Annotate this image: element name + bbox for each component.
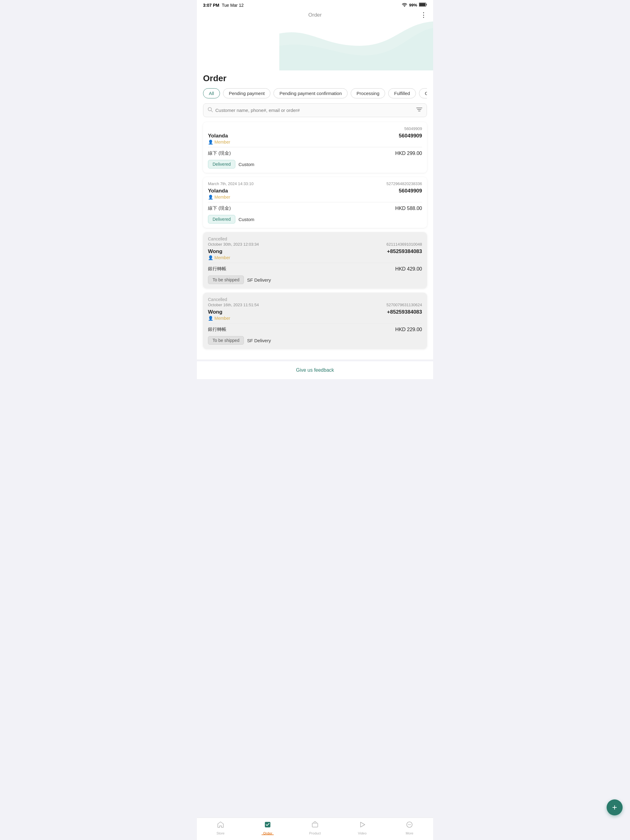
member-label: Member <box>214 255 230 260</box>
battery-icon <box>419 2 427 8</box>
order-phone: +85259384083 <box>387 248 422 254</box>
page-content: Order All Pending payment Pending paymen… <box>197 70 433 359</box>
wifi-icon <box>402 2 407 8</box>
order-card[interactable]: March 7th, 2024 14:33:10 527296482023833… <box>203 177 427 228</box>
member-icon: 👤 <box>208 255 213 260</box>
status-bar: 3:07 PM Tue Mar 12 99% <box>197 0 433 9</box>
nav-item-video[interactable]: Video <box>339 821 386 835</box>
filter-icon[interactable] <box>416 107 423 114</box>
svg-point-12 <box>408 824 408 825</box>
order-amount: HKD 229.00 <box>395 327 422 332</box>
tag-sf-delivery: SF Delivery <box>247 277 271 283</box>
order-payment-method: 線下 (現金) <box>208 150 231 156</box>
nav-label-product: Product <box>309 831 321 835</box>
nav-item-product[interactable]: Product <box>291 821 339 835</box>
bottom-nav: Store Order Product Video <box>197 818 433 840</box>
member-label: Member <box>214 316 230 321</box>
filter-tabs: All Pending payment Pending payment conf… <box>203 88 427 103</box>
nav-label-store: Store <box>217 831 225 835</box>
member-icon: 👤 <box>208 195 213 199</box>
order-card[interactable]: 56049909 Yolanda 56049909 👤 Member 線下 (現… <box>203 122 427 173</box>
filter-tab-pending[interactable]: Pending payment <box>223 88 271 98</box>
feedback-label: Give us feedback <box>296 368 334 373</box>
order-amount: HKD 299.00 <box>395 151 422 156</box>
feedback-bar[interactable]: Give us feedback <box>197 361 433 379</box>
order-payment-method: 線下 (現金) <box>208 205 231 211</box>
svg-point-14 <box>410 824 411 825</box>
order-card-cancelled[interactable]: Cancelled October 30th, 2023 12:03:34 62… <box>203 232 427 288</box>
tag-to-ship: To be shipped <box>208 275 244 284</box>
svg-line-4 <box>211 111 212 112</box>
tag-sf-delivery: SF Delivery <box>247 338 271 343</box>
status-date: Tue Mar 12 <box>222 3 244 8</box>
search-icon <box>207 107 213 114</box>
order-date: March 7th, 2024 14:33:10 <box>208 182 253 186</box>
order-payment-method: 銀行轉帳 <box>208 327 226 332</box>
order-divider <box>208 147 422 147</box>
nav-label-video: Video <box>358 831 367 835</box>
svg-rect-1 <box>419 3 426 6</box>
tag-delivered: Delivered <box>208 160 235 169</box>
filter-tab-all[interactable]: All <box>203 88 220 98</box>
member-icon: 👤 <box>208 140 213 145</box>
more-icon <box>406 821 413 830</box>
svg-rect-9 <box>312 823 318 827</box>
nav-item-store[interactable]: Store <box>197 821 244 835</box>
order-tags: To be shipped SF Delivery <box>208 275 422 284</box>
cancelled-label: Cancelled <box>208 297 422 302</box>
order-amount: HKD 429.00 <box>395 266 422 272</box>
order-number: 5272964820238336 <box>386 182 422 186</box>
order-phone: 56049909 <box>399 188 422 194</box>
filter-tab-processing[interactable]: Processing <box>351 88 385 98</box>
cancelled-label: Cancelled <box>208 237 422 242</box>
product-icon <box>311 821 319 830</box>
search-input[interactable] <box>215 107 414 113</box>
order-tags: To be shipped SF Delivery <box>208 336 422 345</box>
tag-to-ship: To be shipped <box>208 336 244 345</box>
order-divider <box>208 262 422 263</box>
header-title: Order <box>308 12 321 18</box>
tag-delivered: Delivered <box>208 215 235 224</box>
status-time: 3:07 PM <box>203 3 219 8</box>
order-customer-name: Yolanda <box>208 133 228 139</box>
menu-button[interactable]: ⋮ <box>420 11 427 19</box>
order-divider <box>208 202 422 202</box>
filter-tab-pending-confirm[interactable]: Pending payment confirmation <box>274 88 348 98</box>
tag-custom: Custom <box>238 217 255 222</box>
orders-list: 56049909 Yolanda 56049909 👤 Member 線下 (現… <box>203 122 427 353</box>
filter-tab-fulfilled[interactable]: Fulfilled <box>388 88 416 98</box>
member-icon: 👤 <box>208 316 213 321</box>
order-amount: HKD 588.00 <box>395 206 422 211</box>
tag-custom: Custom <box>238 162 255 167</box>
nav-item-more[interactable]: More <box>386 821 433 835</box>
order-phone: +85259384083 <box>387 309 422 315</box>
order-tags: Delivered Custom <box>208 160 422 169</box>
nav-item-order[interactable]: Order <box>244 821 291 835</box>
page-title: Order <box>203 70 427 88</box>
member-label: Member <box>214 140 230 145</box>
order-date: October 16th, 2023 11:51:54 <box>208 303 259 307</box>
order-divider <box>208 323 422 324</box>
order-payment-method: 銀行轉帳 <box>208 266 226 272</box>
store-icon <box>217 821 224 830</box>
battery-level: 99% <box>409 3 417 7</box>
order-number: 5270079631130624 <box>386 303 422 307</box>
order-customer-name: Wong <box>208 248 222 254</box>
order-customer-name: Yolanda <box>208 188 228 194</box>
order-number: 56049909 <box>404 126 422 131</box>
order-card-cancelled[interactable]: Cancelled October 16th, 2023 11:51:54 52… <box>203 293 427 349</box>
order-number: 6211143691010048 <box>386 242 422 246</box>
svg-marker-10 <box>361 822 365 827</box>
order-date: October 30th, 2023 12:03:34 <box>208 242 259 246</box>
svg-point-13 <box>409 824 410 825</box>
order-tags: Delivered Custom <box>208 215 422 224</box>
hero-section <box>197 21 433 70</box>
order-customer-name: Wong <box>208 309 222 315</box>
svg-rect-2 <box>426 4 427 6</box>
header: Order ⋮ <box>197 9 433 21</box>
video-icon <box>359 821 366 830</box>
search-bar[interactable] <box>203 103 427 117</box>
member-label: Member <box>214 195 230 199</box>
filter-tab-cancelled[interactable]: Cancelled <box>419 88 427 98</box>
nav-label-more: More <box>406 831 413 835</box>
